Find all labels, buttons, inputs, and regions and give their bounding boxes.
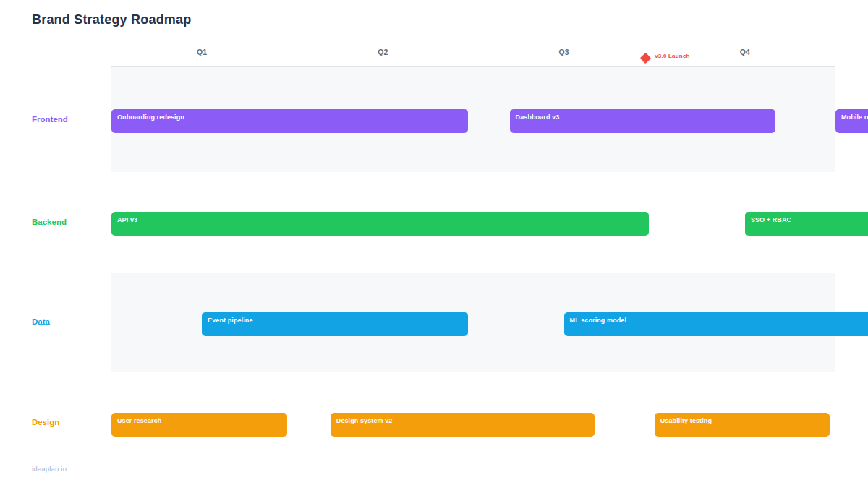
quarter-label: Q4 [740,48,750,56]
lane-label-backend: Backend [32,218,67,226]
brand-footer: ideaplan.io [32,465,67,473]
task-bar[interactable]: Mobile redesign [835,109,868,133]
quarter-label: Q2 [378,48,388,56]
page-title: Brand Strategy Roadmap [32,12,191,27]
quarter-label: Q3 [559,48,569,56]
task-bar[interactable]: SSO + RBAC [745,212,868,236]
quarter-label: Q1 [197,48,207,56]
task-bar[interactable]: Dashboard v3 [510,109,776,133]
lane-label-design: Design [32,418,59,427]
task-bar[interactable]: ML scoring model [564,312,868,336]
lane-label-frontend: Frontend [32,115,68,124]
lane-label-data: Data [32,317,50,326]
task-bar[interactable]: Design system v2 [331,413,595,437]
chart-bottom-line [111,474,835,474]
task-bar[interactable]: Event pipeline [202,312,468,336]
milestone-diamond-icon[interactable] [639,53,651,64]
task-label: ML scoring model [564,312,868,324]
task-label: User research [111,413,287,424]
roadmap-chart: Brand Strategy Roadmap Q1Q2Q3Q4FrontendO… [0,0,868,488]
task-bar[interactable]: User research [111,413,287,437]
task-bar[interactable]: API v3 [111,212,649,236]
task-bar[interactable]: Onboarding redesign [111,109,468,133]
timeline-header-line [111,66,835,67]
task-label: Usability testing [655,413,830,424]
task-label: Mobile redesign [835,109,868,121]
task-label: Event pipeline [202,312,468,324]
task-bar[interactable]: Usability testing [655,413,830,437]
task-label: Design system v2 [331,413,595,424]
task-label: Dashboard v3 [510,109,776,121]
task-label: Onboarding redesign [111,109,468,121]
task-label: API v3 [111,212,649,223]
milestone-label: v3.0 Launch [655,53,689,59]
task-label: SSO + RBAC [745,212,868,223]
